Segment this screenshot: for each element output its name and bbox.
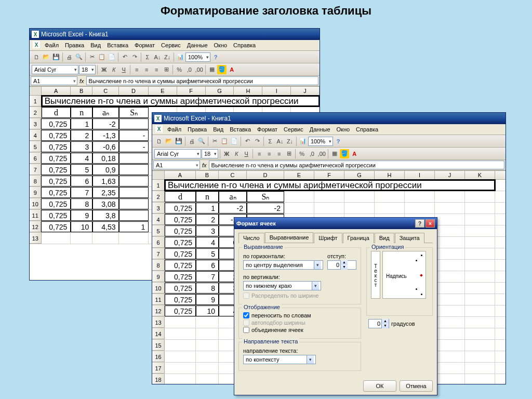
menu-tools[interactable]: Сервис <box>281 125 306 134</box>
cell[interactable]: 2,35 <box>92 187 119 198</box>
row-header[interactable]: 10 <box>30 198 41 209</box>
col-header[interactable]: I <box>262 87 291 95</box>
merged-title-cell[interactable]: Вычисление n-го члена и суммы арифметиче… <box>165 180 495 191</box>
borders-icon[interactable]: ▦ <box>207 65 217 74</box>
col-header[interactable]: H <box>234 87 262 95</box>
cell[interactable]: 0,9 <box>92 164 119 175</box>
row-header[interactable]: 1 <box>30 96 42 107</box>
sort-desc-icon[interactable]: Z↓ <box>163 52 172 62</box>
cell[interactable] <box>284 203 314 214</box>
sum-icon[interactable]: Σ <box>143 52 152 62</box>
cell[interactable]: 0,725 <box>41 153 71 164</box>
table-header-cell[interactable]: n <box>71 107 92 118</box>
cell[interactable]: 0,18 <box>92 153 119 164</box>
cell[interactable] <box>465 214 495 225</box>
dialog-titlebar[interactable]: Формат ячеек ? × <box>234 218 437 229</box>
cell[interactable] <box>196 351 219 362</box>
cell[interactable] <box>465 237 495 248</box>
cell[interactable] <box>119 210 149 221</box>
spin-up-icon[interactable]: ▲ <box>382 319 389 324</box>
fill-color-icon[interactable]: 🪣 <box>217 65 227 74</box>
row-header[interactable]: 11 <box>152 294 165 305</box>
table-header-cell[interactable]: aₙ <box>219 191 247 202</box>
borders-icon[interactable]: ▦ <box>330 149 339 158</box>
col-header[interactable]: A <box>42 87 71 95</box>
cut-icon[interactable]: ✂ <box>210 137 219 146</box>
cell[interactable] <box>344 203 375 214</box>
decimal-dec-icon[interactable]: ,00 <box>317 149 326 158</box>
tab-border[interactable]: Граница <box>343 233 374 243</box>
align-center-icon[interactable]: ≡ <box>264 149 274 158</box>
cell[interactable] <box>465 351 495 362</box>
col-header[interactable]: B <box>196 171 219 179</box>
ok-button[interactable]: ОК <box>363 380 396 392</box>
row-header[interactable]: 16 <box>152 351 165 362</box>
tab-number[interactable]: Число <box>238 233 264 243</box>
cell[interactable] <box>119 176 149 187</box>
col-header[interactable]: B <box>71 87 92 95</box>
formula-input[interactable]: Вычисление n-го члена и суммы арифметиче… <box>86 76 318 85</box>
degrees-input[interactable] <box>369 321 381 327</box>
row-header[interactable]: 6 <box>30 153 41 164</box>
cell[interactable] <box>465 283 495 294</box>
cell[interactable]: 0,725 <box>165 260 196 271</box>
font-size-combo[interactable]: 18 <box>202 149 218 158</box>
cell[interactable] <box>92 233 119 244</box>
row-header[interactable]: 14 <box>152 328 165 339</box>
col-header[interactable]: D <box>247 171 284 179</box>
name-box[interactable]: A1 <box>153 161 200 169</box>
cell[interactable]: 1 <box>71 118 92 129</box>
row-header[interactable]: 4 <box>152 214 165 225</box>
col-header[interactable]: F <box>314 171 344 179</box>
text-direction-combo[interactable]: по контексту <box>243 355 316 364</box>
cell[interactable] <box>344 191 375 202</box>
redo-icon[interactable]: ↷ <box>130 52 139 62</box>
cell[interactable]: 1,63 <box>92 176 119 187</box>
cell[interactable]: 3,08 <box>92 198 119 209</box>
cell[interactable] <box>196 363 219 374</box>
help-icon[interactable]: ? <box>334 137 343 146</box>
cell[interactable] <box>314 191 344 202</box>
menu-help[interactable]: Справка <box>231 41 258 49</box>
cell[interactable]: 5 <box>196 248 219 259</box>
menu-view[interactable]: Вид <box>88 41 103 49</box>
decimal-inc-icon[interactable]: ,0 <box>307 149 316 158</box>
undo-icon[interactable]: ↶ <box>243 137 252 146</box>
menubar[interactable]: X Файл Правка Вид Вставка Формат Сервис … <box>30 40 320 51</box>
row-header[interactable]: 4 <box>30 130 41 141</box>
cell[interactable] <box>435 363 465 374</box>
cell[interactable] <box>435 340 465 351</box>
row-header[interactable]: 8 <box>152 260 165 271</box>
cell[interactable] <box>465 203 495 214</box>
zoom-combo[interactable]: 100% <box>185 52 210 62</box>
cell[interactable] <box>284 191 314 202</box>
menu-edit[interactable]: Правка <box>185 125 209 134</box>
cell[interactable]: 4,53 <box>92 221 119 232</box>
cell[interactable] <box>435 225 465 236</box>
row-header[interactable]: 10 <box>152 283 165 294</box>
menu-view[interactable]: Вид <box>210 125 226 134</box>
cell[interactable]: 5 <box>71 164 92 175</box>
cut-icon[interactable]: ✂ <box>87 52 97 62</box>
col-header[interactable]: H <box>375 171 405 179</box>
cell[interactable]: 0,725 <box>165 214 196 225</box>
cell[interactable]: 0,725 <box>165 225 196 236</box>
close-icon[interactable]: × <box>425 219 435 228</box>
cell[interactable] <box>435 214 465 225</box>
col-header[interactable]: G <box>206 87 234 95</box>
cell[interactable]: - <box>119 130 149 141</box>
cell[interactable] <box>71 233 92 244</box>
merge-center-icon[interactable]: ⊞ <box>284 149 294 158</box>
copy-icon[interactable]: 📋 <box>220 137 229 146</box>
table-header-cell[interactable]: d <box>42 107 71 118</box>
horizontal-align-combo[interactable]: по центру выделения <box>243 260 323 270</box>
cell[interactable]: 0,725 <box>41 176 71 187</box>
help-button-icon[interactable]: ? <box>415 219 424 228</box>
row-header[interactable]: 9 <box>30 187 41 198</box>
decimal-dec-icon[interactable]: ,00 <box>194 65 204 74</box>
row-header[interactable]: 12 <box>30 221 41 232</box>
cell[interactable] <box>119 153 149 164</box>
tab-font[interactable]: Шрифт <box>314 233 342 243</box>
cell[interactable] <box>119 198 149 209</box>
tab-view[interactable]: Вид <box>375 233 394 243</box>
